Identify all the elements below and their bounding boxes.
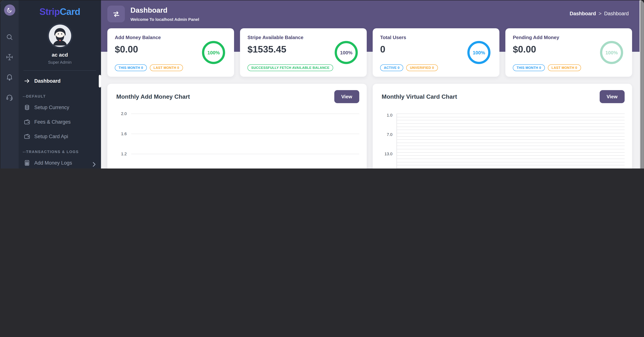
sidebar-section-transactions-logs: --TRANSACTIONS & LOGS [19, 144, 101, 156]
monthly-add-money-chart-card: Monthly Add Money Chart View 2.01.61.20.… [107, 84, 367, 168]
profile-name: ac acd [19, 52, 101, 58]
scrollbar-thumb[interactable] [640, 0, 643, 168]
coins-icon [24, 104, 30, 111]
gridline [131, 134, 359, 134]
wallet-icon [24, 133, 30, 140]
stat-badge: THIS MONTH 0 [115, 64, 147, 71]
gridline [397, 146, 624, 146]
y-axis-tick-label: 2.0 [121, 111, 127, 116]
sidebar: StripCard ac acd Super Admin Dashboard -… [19, 0, 101, 168]
sidebar-item-fees-charges[interactable]: Fees & Charges [19, 115, 101, 129]
wallet-icon [24, 118, 30, 125]
stat-title: Add Money Balance [115, 35, 226, 40]
sidebar-item-setup-currency[interactable]: Setup Currency [19, 100, 101, 115]
gridline [397, 114, 624, 114]
progress-ring: 100% [600, 41, 623, 64]
page-header: Dashboard Welcome To localhost Admin Pan… [101, 0, 644, 22]
sidebar-item-dashboard[interactable]: Dashboard [19, 74, 101, 88]
search-icon[interactable] [6, 33, 14, 41]
stat-badges: THIS MONTH 0 LAST MONTH 0 [513, 64, 581, 71]
stat-card-row: Add Money Balance $0.00 THIS MONTH 0 LAS… [107, 28, 632, 77]
gridline [397, 162, 624, 162]
sidebar-item-add-money-logs[interactable]: Add Money Logs [19, 156, 101, 168]
view-button[interactable]: View [600, 90, 624, 103]
dark-mode-toggle[interactable] [4, 4, 15, 16]
stat-badges: THIS MONTH 0 LAST MONTH 0 [115, 64, 183, 71]
widgets-icon[interactable] [6, 53, 14, 61]
gridline [397, 152, 624, 152]
gridline [397, 123, 624, 124]
chart-canvas: 1.07.013.019.025.031.00.00.40.81.21.62.0 [396, 114, 624, 168]
chart-row: Monthly Add Money Chart View 2.01.61.20.… [107, 84, 632, 168]
gridline [397, 133, 624, 133]
calculator-icon [24, 159, 30, 166]
y-axis-tick-label: 1.6 [121, 131, 127, 136]
scrollbar-track[interactable] [640, 0, 644, 168]
stat-title: Stripe Available Balance [248, 35, 359, 40]
progress-percent: 100% [208, 50, 220, 55]
gridline [397, 126, 624, 127]
gridline [397, 165, 624, 166]
chart-header: Monthly Add Money Chart View [107, 84, 367, 103]
brand-part1: Strip [40, 6, 60, 17]
stat-badge: THIS MONTH 0 [513, 64, 545, 71]
gridline [397, 149, 624, 149]
y-axis-tick-label: 7.0 [387, 132, 392, 137]
stat-card-total-users: Total Users 0 ACTIVE 0 UNVERIFIED 0 100% [373, 28, 500, 77]
gridline [397, 117, 624, 117]
stat-card-stripe-available-balance: Stripe Available Balance $1535.45 SUCCES… [240, 28, 367, 77]
arrow-right-icon [24, 77, 30, 84]
gridline [397, 159, 624, 159]
y-axis-tick-label: 1.0 [387, 113, 392, 117]
stat-badges: SUCCESSFULLY FETCH AVAILABLE BALANCE [248, 64, 333, 71]
transfer-icon [112, 10, 120, 18]
page-title: Dashboard [130, 6, 199, 14]
progress-percent: 100% [606, 50, 618, 55]
brand-part2: Card [60, 6, 80, 17]
gridline [397, 139, 624, 140]
breadcrumb-parent[interactable]: Dashboard [570, 11, 596, 16]
stat-badge: SUCCESSFULLY FETCH AVAILABLE BALANCE [248, 64, 333, 71]
progress-ring: 100% [202, 41, 225, 64]
gridline [397, 120, 624, 120]
stat-badge: ACTIVE 0 [380, 64, 403, 71]
progress-ring: 100% [467, 41, 490, 64]
icon-rail-top [4, 4, 15, 168]
divider [24, 70, 96, 71]
page-header-titles: Dashboard Welcome To localhost Admin Pan… [130, 5, 199, 22]
icon-rail [0, 0, 19, 168]
page-header-left: Dashboard Welcome To localhost Admin Pan… [107, 5, 199, 22]
sidebar-item-label: Setup Currency [34, 105, 69, 110]
view-button[interactable]: View [334, 90, 359, 103]
stat-badge: LAST MONTH 0 [150, 64, 183, 71]
plot-area: 2.01.61.20.80.40.0Jan '2604 Jan07 Jan10 … [131, 114, 359, 168]
sidebar-item-label: Fees & Charges [34, 119, 70, 125]
stat-card-add-money-balance: Add Money Balance $0.00 THIS MONTH 0 LAS… [107, 28, 234, 77]
profile-role: Super Admin [19, 60, 101, 64]
gridline [397, 136, 624, 136]
chart-title: Monthly Virtual Card Chart [382, 93, 457, 100]
page-subtitle: Welcome To localhost Admin Panel [130, 17, 199, 21]
brand-logo[interactable]: StripCard [19, 6, 101, 17]
monthly-virtual-card-chart-card: Monthly Virtual Card Chart View 1.07.013… [373, 84, 632, 168]
sidebar-item-label: Dashboard [34, 78, 60, 84]
user-avatar [49, 24, 71, 47]
stat-card-pending-add-money: Pending Add Money $0.00 THIS MONTH 0 LAS… [505, 28, 632, 77]
sidebar-item-label: Setup Card Api [34, 134, 68, 139]
sidebar-item-label: Add Money Logs [34, 160, 72, 166]
chart-title: Monthly Add Money Chart [116, 93, 190, 100]
app-window: StripCard ac acd Super Admin Dashboard -… [0, 0, 644, 168]
progress-percent: 100% [473, 50, 485, 55]
sidebar-item-setup-card-api[interactable]: Setup Card Api [19, 129, 101, 144]
progress-percent: 100% [340, 50, 352, 55]
headset-icon[interactable] [6, 93, 14, 101]
breadcrumb-current: Dashboard [604, 11, 629, 16]
sidebar-section-default: --DEFAULT [19, 88, 101, 100]
transfer-icon-button[interactable] [107, 5, 125, 22]
y-axis-tick-label: 13.0 [384, 152, 392, 156]
stat-badges: ACTIVE 0 UNVERIFIED 0 [380, 64, 438, 71]
stat-badge: UNVERIFIED 0 [406, 64, 438, 71]
chart-canvas: 2.01.61.20.80.40.0Jan '2604 Jan07 Jan10 … [131, 114, 359, 168]
stat-badge: LAST MONTH 0 [548, 64, 581, 71]
bell-icon[interactable] [6, 73, 14, 81]
